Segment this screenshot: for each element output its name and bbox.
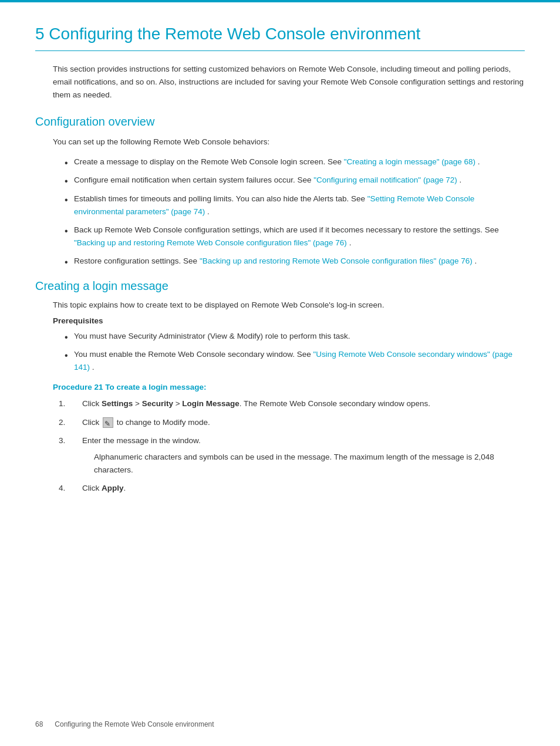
step-1-settings: Settings: [102, 399, 133, 408]
prereq-1: You must have Security Administrator (Vi…: [74, 332, 350, 340]
prereq-2-after: .: [92, 363, 95, 372]
link-creating-login-message[interactable]: "Creating a login message" (page 68): [344, 157, 475, 166]
step-4: Click Apply.: [70, 482, 525, 495]
link-backing-up-1[interactable]: "Backing up and restoring Remote Web Con…: [74, 238, 347, 247]
step-2-after: to change to Modify mode.: [117, 418, 210, 427]
prerequisites-label: Prerequisites: [53, 316, 525, 325]
footer-content: 68 Configuring the Remote Web Console en…: [35, 720, 525, 728]
top-border: [0, 0, 560, 2]
configuration-overview-list: Create a message to display on the Remot…: [65, 156, 525, 268]
list-item: Configure email notification when certai…: [65, 174, 525, 187]
prerequisites-list: You must have Security Administrator (Vi…: [65, 330, 525, 374]
page-container: 5 Configuring the Remote Web Console env…: [0, 0, 560, 746]
login-message-intro: This topic explains how to create text t…: [53, 299, 525, 312]
footer-chapter-text: Configuring the Remote Web Console envir…: [55, 720, 214, 728]
bullet-text-2: Configure email notification when certai…: [74, 175, 313, 184]
intro-paragraph: This section provides instructions for s…: [53, 63, 525, 101]
step-2: Click to change to Modify mode.: [70, 416, 525, 429]
bullet-text-5-end: .: [475, 256, 477, 265]
bullet-text-2-end: .: [459, 175, 461, 184]
section-title-creating-login-message: Creating a login message: [35, 279, 525, 293]
bullet-text-3-end: .: [207, 207, 210, 216]
list-item: Back up Remote Web Console configuration…: [65, 224, 525, 249]
step-4-apply: Apply: [102, 484, 124, 492]
chapter-title: 5 Configuring the Remote Web Console env…: [35, 23, 525, 51]
step-4-before: Click Apply.: [82, 484, 126, 492]
list-item: Restore configuration settings. See "Bac…: [65, 255, 525, 268]
step-1-before: Click Settings > Security > Login Messag…: [82, 399, 430, 408]
edit-icon: [103, 417, 113, 428]
procedure-steps: Click Settings > Security > Login Messag…: [70, 397, 525, 495]
list-item: Establish times for timeouts and polling…: [65, 193, 525, 218]
section-title-configuration-overview: Configuration overview: [35, 115, 525, 129]
footer: 68 Configuring the Remote Web Console en…: [35, 720, 525, 728]
link-configuring-email[interactable]: "Configuring email notification" (page 7…: [313, 175, 457, 184]
configuration-overview-intro: You can set up the following Remote Web …: [53, 136, 525, 148]
bullet-text-4-end: .: [349, 238, 352, 247]
list-item: Create a message to display on the Remot…: [65, 156, 525, 168]
bullet-text-3: Establish times for timeouts and polling…: [74, 194, 367, 203]
list-item: You must have Security Administrator (Vi…: [65, 330, 525, 343]
step-1-security: Security: [142, 399, 173, 408]
step-1-login-message: Login Message: [182, 399, 239, 408]
list-item: You must enable the Remote Web Console s…: [65, 348, 525, 373]
footer-page-number: 68: [35, 720, 43, 728]
step-2-before: Click: [82, 418, 102, 427]
step-1: Click Settings > Security > Login Messag…: [70, 397, 525, 410]
step-3-text: Enter the message in the window.: [82, 436, 201, 445]
bullet-text-1-end: .: [478, 157, 480, 166]
bullet-text-4: Back up Remote Web Console configuration…: [74, 225, 499, 234]
chapter-number: 5: [35, 25, 45, 43]
bullet-text-5: Restore configuration settings. See: [74, 256, 200, 265]
bullet-text-1: Create a message to display on the Remot…: [74, 157, 344, 166]
step-3: Enter the message in the window. Alphanu…: [70, 434, 525, 476]
prereq-2-before: You must enable the Remote Web Console s…: [74, 350, 313, 359]
link-backing-up-2[interactable]: "Backing up and restoring Remote Web Con…: [200, 256, 473, 265]
procedure-label: Procedure 21 To create a login message:: [53, 383, 525, 391]
chapter-title-text: Configuring the Remote Web Console envir…: [49, 25, 420, 43]
step-3-note: Alphanumeric characters and symbols can …: [94, 451, 525, 476]
